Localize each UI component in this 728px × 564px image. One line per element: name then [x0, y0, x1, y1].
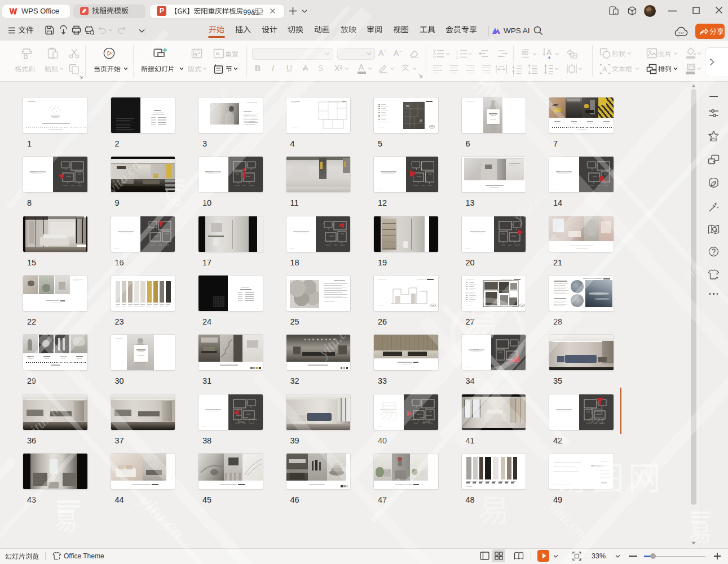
svg-text:A: A	[546, 48, 552, 57]
svg-text:3: 3	[456, 56, 458, 59]
svg-text:A: A	[603, 65, 607, 73]
